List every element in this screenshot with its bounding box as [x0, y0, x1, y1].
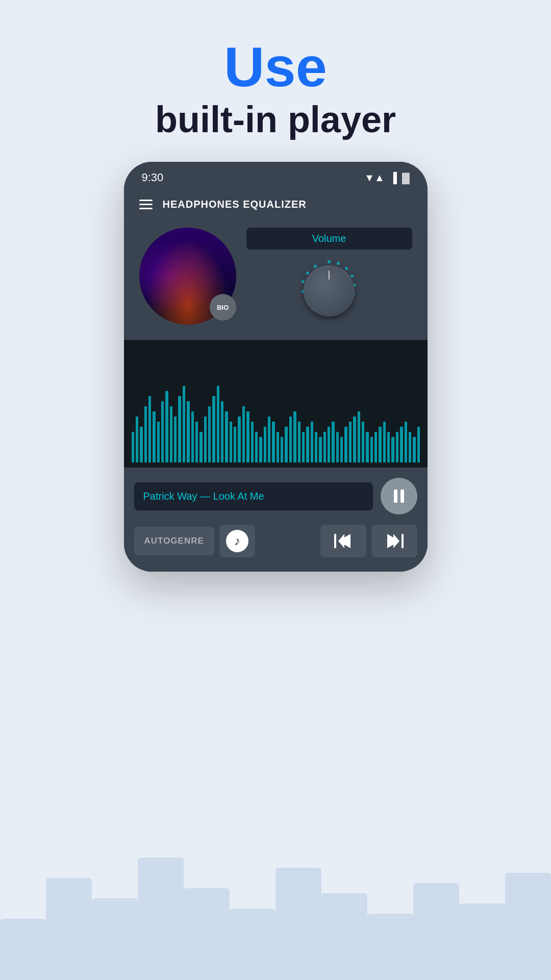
- pause-icon: [394, 489, 404, 503]
- waveform-bar: [409, 432, 411, 462]
- svg-point-1: [337, 262, 340, 265]
- battery-icon: ▓: [402, 172, 410, 184]
- waveform-bar: [191, 411, 194, 462]
- waveform-bar: [242, 406, 245, 462]
- status-icons: ▼▲ ▐ ▓: [364, 172, 409, 184]
- waveform-bar: [132, 432, 134, 462]
- waveform-bar: [153, 411, 155, 462]
- volume-knob-container[interactable]: [296, 258, 362, 324]
- waveform-bar: [268, 416, 270, 462]
- app-header: HEADPHONES EQUALIZER: [124, 189, 428, 217]
- waveform-bar: [362, 422, 364, 462]
- svg-point-13: [302, 280, 305, 283]
- volume-label: Volume: [312, 233, 346, 244]
- previous-track-button[interactable]: [320, 525, 366, 557]
- waveform-bar: [336, 432, 339, 462]
- waveform-bar: [289, 416, 292, 462]
- waveform-bar: [366, 432, 368, 462]
- waveform-bar: [370, 437, 373, 462]
- waveform-bar: [208, 406, 211, 462]
- waveform-bar: [225, 411, 228, 462]
- pause-button[interactable]: [381, 478, 417, 514]
- music-note-icon: ♪: [226, 530, 248, 552]
- waveform-bar: [319, 437, 321, 462]
- waveform-bar: [178, 396, 181, 462]
- waveform-bar: [195, 422, 198, 462]
- svg-rect-19: [402, 534, 404, 548]
- waveform-bar: [157, 422, 160, 462]
- phone-mockup: 9:30 ▼▲ ▐ ▓ HEADPHONES EQUALIZER BIO Vol…: [124, 162, 428, 572]
- track-info-box: Patrick Way — Look At Me: [134, 482, 373, 510]
- waveform-bar: [281, 437, 283, 462]
- next-track-button[interactable]: [371, 525, 417, 557]
- svg-point-14: [306, 272, 309, 275]
- waveform-bar: [298, 422, 300, 462]
- waveform-bar: [170, 406, 172, 462]
- svg-rect-16: [334, 534, 336, 548]
- waveform-bar: [323, 432, 326, 462]
- waveform-bar: [161, 401, 164, 462]
- signal-icon: ▐: [390, 172, 397, 184]
- player-area: BIO Volume: [124, 217, 428, 340]
- svg-point-0: [328, 260, 331, 263]
- waveform-bar: [165, 391, 168, 462]
- waveform-bar: [340, 437, 343, 462]
- app-title: HEADPHONES EQUALIZER: [163, 199, 307, 210]
- waveform-bar: [293, 411, 296, 462]
- waveform-bar: [358, 411, 360, 462]
- svg-marker-18: [338, 534, 344, 548]
- waveform-bar: [387, 432, 390, 462]
- waveform-bar: [374, 432, 377, 462]
- waveform-visualizer: [124, 340, 428, 468]
- waveform-bar: [264, 427, 266, 462]
- waveform-bar: [400, 427, 403, 462]
- waveform-bar: [315, 432, 317, 462]
- waveform-bar: [212, 396, 215, 462]
- waveform-bar: [413, 437, 415, 462]
- waveform-bar: [230, 422, 232, 462]
- waveform-bar: [277, 432, 279, 462]
- waveform-bar: [204, 416, 207, 462]
- waveform-bar: [238, 416, 240, 462]
- decorative-background-bars: [0, 817, 551, 980]
- volume-knob[interactable]: [304, 265, 355, 316]
- waveform-bar: [199, 432, 202, 462]
- bio-badge[interactable]: BIO: [210, 294, 236, 321]
- waveform-bar: [383, 422, 386, 462]
- waveform-bar: [328, 427, 330, 462]
- volume-control: Volume: [246, 228, 412, 324]
- waveform-bar: [259, 437, 262, 462]
- skip-next-icon: [385, 534, 404, 548]
- wifi-icon: ▼▲: [364, 172, 385, 184]
- hamburger-menu-icon[interactable]: [139, 200, 153, 209]
- controls-row: AUTOGENRE ♪: [124, 525, 428, 572]
- waveform-bar: [302, 432, 305, 462]
- waveform-bar: [353, 416, 356, 462]
- waveform-bar: [255, 432, 258, 462]
- status-time: 9:30: [142, 171, 164, 184]
- waveform-bar: [391, 437, 394, 462]
- waveform-bar: [349, 422, 352, 462]
- svg-point-15: [314, 265, 317, 268]
- waveform-bar: [246, 411, 249, 462]
- waveform-bar: [285, 427, 287, 462]
- waveform-bar: [217, 386, 219, 462]
- skip-prev-icon: [334, 534, 353, 548]
- use-title: Use: [155, 36, 396, 97]
- waveform-bar: [144, 406, 147, 462]
- knob-indicator: [329, 271, 330, 280]
- waveform-bar: [140, 427, 142, 462]
- waveform-bar: [379, 427, 381, 462]
- waveform-bar: [174, 416, 177, 462]
- waveform-bar: [272, 422, 274, 462]
- waveform-bar: [396, 432, 398, 462]
- music-note-button[interactable]: ♪: [219, 525, 255, 557]
- volume-label-bar: Volume: [246, 228, 412, 250]
- waveform-bar: [306, 427, 309, 462]
- track-name: Patrick Way — Look At Me: [143, 491, 264, 502]
- autogenre-button[interactable]: AUTOGENRE: [134, 527, 214, 555]
- waveform-bar: [183, 386, 185, 462]
- waveform-bar: [311, 422, 313, 462]
- waveform-bar: [187, 401, 189, 462]
- waveform-bar: [344, 427, 347, 462]
